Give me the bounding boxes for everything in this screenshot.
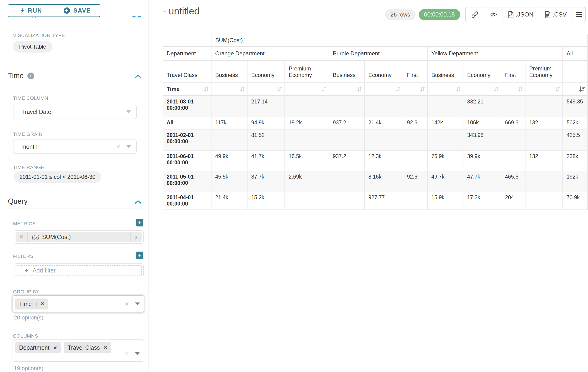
sort-column-cell[interactable] <box>248 83 285 96</box>
plus-icon: + <box>24 267 29 274</box>
export-csv-button[interactable]: .CSV <box>539 7 572 22</box>
value-cell: 49.9k <box>211 151 248 171</box>
col-dim-label: Travel Class <box>163 61 211 83</box>
value-cell: 15.2k <box>248 192 285 210</box>
remove-tag-icon[interactable]: ✕ <box>104 345 107 351</box>
menu-button[interactable] <box>572 7 585 22</box>
sort-column-cell[interactable] <box>501 83 525 96</box>
sort-column-cell[interactable] <box>285 83 329 96</box>
section-divider <box>8 85 142 85</box>
value-cell: 19.2k <box>285 117 329 129</box>
value-cell <box>211 96 248 117</box>
chevron-up-icon[interactable] <box>134 74 142 79</box>
json-file-icon <box>508 11 514 18</box>
value-cell <box>211 129 248 151</box>
value-cell: 92.6 <box>403 171 428 192</box>
row-header: 2011-05-01 00:00:00 <box>163 171 211 192</box>
value-cell: 39.9k <box>463 151 501 171</box>
remove-tag-icon[interactable]: ✕ <box>53 345 57 351</box>
corner-cell <box>163 34 211 47</box>
travel-class-header: Business <box>211 61 248 83</box>
section-divider <box>8 209 142 209</box>
remove-tag-icon[interactable]: ✕ <box>41 301 44 307</box>
group-by-tag[interactable]: Time i ✕ <box>15 298 48 309</box>
columns-tag[interactable]: Department ✕ <box>15 342 61 353</box>
value-cell: 21.4k <box>211 192 248 210</box>
save-button[interactable]: + SAVE <box>54 5 100 17</box>
clear-icon[interactable]: × <box>116 143 120 150</box>
code-icon: </> <box>490 11 497 18</box>
row-header: All <box>163 117 211 129</box>
add-filter-plus-button[interactable]: + <box>136 252 143 259</box>
sort-column-cell[interactable] <box>211 83 248 96</box>
group-by-label: GROUP BY <box>13 289 40 295</box>
sort-icon <box>420 86 425 92</box>
sort-column-cell[interactable] <box>563 83 588 96</box>
group-by-select[interactable]: Time i ✕ × <box>12 295 144 312</box>
menu-icon <box>576 12 582 17</box>
sort-column-cell[interactable] <box>403 83 428 96</box>
sort-column-cell[interactable] <box>463 83 501 96</box>
run-button-label: RUN <box>28 7 42 14</box>
columns-tag-label: Department <box>19 344 50 351</box>
sort-icon <box>204 86 209 92</box>
travel-class-header: Economy <box>248 61 285 83</box>
value-cell: 16.5k <box>285 151 329 171</box>
sort-icon <box>240 86 245 92</box>
viz-type-pill[interactable]: Pivot Table <box>13 41 52 53</box>
columns-label: COLUMNS <box>13 333 38 339</box>
export-button-group: </> .JSON .CSV <box>465 7 586 22</box>
sort-column-cell[interactable] <box>525 83 563 96</box>
value-cell: 132 <box>525 117 563 129</box>
time-grain-label: TIME GRAIN <box>13 131 42 137</box>
metric-label: SUM(Cost) <box>42 234 71 240</box>
sort-column-cell[interactable] <box>329 83 365 96</box>
value-cell <box>501 129 525 151</box>
info-icon: i <box>36 301 37 307</box>
columns-select[interactable]: Department ✕ Travel Class ✕ × <box>12 340 144 362</box>
travel-class-header: Business <box>428 61 463 83</box>
sort-column-cell[interactable] <box>428 83 463 96</box>
value-cell: 8.16k <box>365 171 403 192</box>
columns-options-hint: 19 option(s) <box>14 365 43 372</box>
value-cell <box>525 192 563 210</box>
metric-pill[interactable]: × f(x) SUM(Cost) › <box>16 232 142 242</box>
department-header: All <box>563 47 588 61</box>
value-cell: 425.5 <box>563 129 588 151</box>
time-grain-select[interactable]: month × <box>13 139 137 154</box>
value-cell <box>329 96 365 117</box>
rows-badge: 26 rows <box>385 9 415 20</box>
clear-icon[interactable]: × <box>125 350 129 357</box>
col-dim-label: Department <box>163 47 211 61</box>
value-cell: 37.7k <box>248 171 285 192</box>
add-filter-button[interactable]: + Add filter <box>16 265 142 276</box>
chevron-up-icon[interactable] <box>134 200 142 204</box>
value-cell: 192k <box>563 171 588 192</box>
remove-metric-icon[interactable]: × <box>16 232 28 242</box>
row-header: 2011-03-01 00:00:00 <box>163 96 211 117</box>
value-cell: 70.9k <box>563 192 588 210</box>
row-dim-header[interactable]: Time <box>163 83 211 96</box>
value-cell <box>501 151 525 171</box>
function-icon: f(x) <box>32 234 39 240</box>
chevron-right-icon[interactable]: › <box>130 232 142 242</box>
clear-icon[interactable]: × <box>125 300 129 308</box>
sort-column-cell[interactable] <box>365 83 403 96</box>
add-metric-button[interactable]: + <box>136 219 143 226</box>
value-cell: 21.4k <box>365 117 403 129</box>
columns-tag[interactable]: Travel Class ✕ <box>64 342 111 353</box>
share-link-button[interactable] <box>466 7 484 22</box>
lightning-icon <box>20 8 24 14</box>
embed-code-button[interactable]: </> <box>484 7 503 22</box>
time-column-label: TIME COLUMN <box>13 95 48 101</box>
value-cell <box>525 171 563 192</box>
value-cell <box>403 151 428 171</box>
sort-icon <box>518 86 523 92</box>
run-button[interactable]: RUN <box>8 5 54 17</box>
time-column-select[interactable]: Travel Date <box>13 105 137 119</box>
link-icon <box>471 11 479 18</box>
export-json-button[interactable]: .JSON <box>503 7 539 22</box>
value-cell <box>501 96 525 117</box>
value-cell <box>525 96 563 117</box>
time-range-pill[interactable]: 2011-01-01 ≤ col < 2011-06-30 <box>14 171 101 183</box>
